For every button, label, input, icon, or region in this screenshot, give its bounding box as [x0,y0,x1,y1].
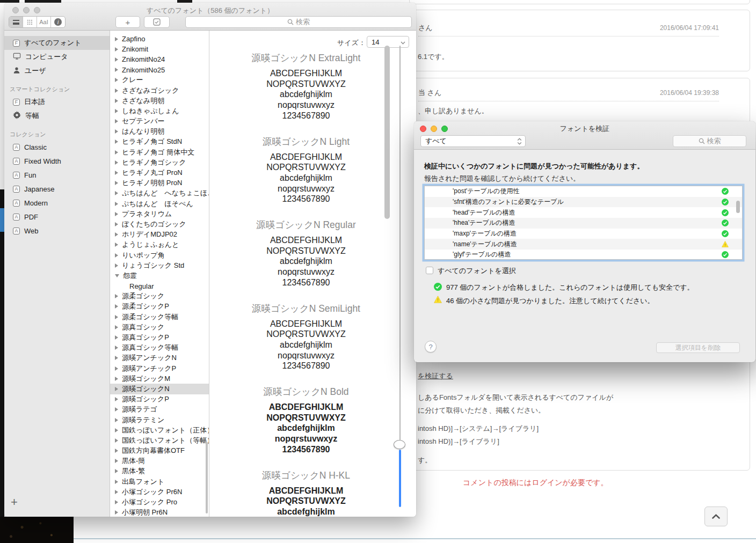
validation-row[interactable]: 'glyf'テーブルの構造 [425,250,742,260]
filter-popup[interactable]: すべて [420,135,526,147]
disclosure-closed-icon[interactable] [115,428,118,432]
disclosure-closed-icon[interactable] [115,480,118,484]
disclosure-closed-icon[interactable] [115,119,118,123]
disclosure-closed-icon[interactable] [115,212,118,216]
sidebar-item[interactable]: AModern [4,196,110,210]
sidebar-item[interactable]: AFun [4,168,110,182]
disclosure-closed-icon[interactable] [115,57,118,62]
font-list-row[interactable]: 源真ゴシック [110,322,209,332]
search-input[interactable]: 検索 [185,16,412,28]
sidebar-item[interactable]: AClassic [4,140,110,154]
disclosure-closed-icon[interactable] [115,407,118,412]
disclosure-closed-icon[interactable] [115,325,118,329]
font-list-row[interactable]: 国鉄っぽいフォント（等幅） [110,435,209,445]
font-list-row[interactable]: 源柔ゴシックP [110,302,209,312]
font-list-row[interactable]: Znikomit [110,44,209,54]
disclosure-closed-icon[interactable] [115,377,118,381]
disclosure-closed-icon[interactable] [115,449,118,453]
font-list-row[interactable]: 源暎ラテミン [110,415,209,425]
disclosure-closed-icon[interactable] [115,510,118,515]
font-list-row[interactable]: 源暎アンチックP [110,363,209,373]
disclosure-closed-icon[interactable] [115,129,118,134]
disclosure-closed-icon[interactable] [115,346,118,350]
font-list-row[interactable]: 源柔ゴシック等幅 [110,312,209,322]
disclosure-closed-icon[interactable] [115,315,118,319]
add-font-button[interactable]: + [115,16,140,28]
disclosure-closed-icon[interactable] [115,47,118,52]
remove-checked-button[interactable]: 選択項目を削除 [656,342,740,353]
font-list-row[interactable]: ヒラギノ明朝 ProN [110,178,209,188]
disclosure-closed-icon[interactable] [115,202,118,206]
font-list-row[interactable]: ぼくたちのゴシック [110,219,209,229]
disclosure-closed-icon[interactable] [115,335,118,340]
font-list-row[interactable]: ヒラギノ角ゴ StdN [110,137,209,147]
disclosure-closed-icon[interactable] [115,109,118,113]
font-list-scrollbar[interactable] [206,442,208,513]
sidebar-item[interactable]: コンピュータ [4,50,110,64]
disclosure-closed-icon[interactable] [115,181,118,185]
disclosure-closed-icon[interactable] [115,263,118,268]
table-scrollbar[interactable] [736,201,740,213]
disclosure-closed-icon[interactable] [115,418,118,422]
font-list-row[interactable]: ヒラギノ角ゴシック [110,157,209,167]
disclosure-closed-icon[interactable] [115,68,118,72]
sidebar-item[interactable]: ユーザ [4,64,110,78]
font-list-row[interactable]: ZnikomitNo24 [110,54,209,64]
disclosure-closed-icon[interactable] [115,171,118,175]
disclosure-closed-icon[interactable] [115,469,118,473]
sidebar-item[interactable]: AFixed Width [4,154,110,168]
font-list-row[interactable]: 源真ゴシックP [110,332,209,342]
disclosure-closed-icon[interactable] [115,140,118,144]
size-slider-knob[interactable] [394,440,405,449]
font-list-row[interactable]: 源暎ゴシックP [110,394,209,405]
validation-row[interactable]: 'maxp'テーブルの構造 [425,229,742,239]
add-collection-button[interactable]: + [11,495,18,509]
sample-view-button[interactable]: AaI [37,17,51,27]
disclosure-closed-icon[interactable] [115,89,118,93]
validation-row[interactable]: 'hhea'テーブルの構造 [425,218,742,229]
sidebar-item[interactable]: F日本語 [4,95,110,109]
font-list-row[interactable]: 小塚明朝 Pr6N [110,508,209,517]
disclosure-closed-icon[interactable] [115,397,118,401]
font-list-row[interactable]: ヒラギノ丸ゴ ProN [110,167,209,178]
disclosure-closed-icon[interactable] [115,222,118,226]
disclosure-closed-icon[interactable] [115,99,118,103]
list-view-button[interactable] [9,17,23,27]
select-all-checkbox[interactable] [426,267,433,274]
font-list-row[interactable]: 源柔ゴシック [110,291,209,302]
font-list-row[interactable]: りょうゴシック Std [110,260,209,270]
font-list-row[interactable]: 源暎ゴシックM [110,373,209,384]
font-list-row[interactable]: ぷちはんど へなちょこほ… [110,188,209,199]
disclosure-closed-icon[interactable] [115,253,118,258]
info-view-button[interactable]: i [51,17,65,27]
disclosure-closed-icon[interactable] [115,78,118,82]
validate-font-button[interactable] [144,16,170,28]
font-list-row[interactable]: 出島フォント [110,476,209,487]
font-list-row[interactable]: さざなみゴシック [110,85,209,96]
font-list-row[interactable]: はんなり明朝 [110,127,209,137]
font-list-row[interactable]: セプテンバー [110,116,209,127]
dialog-search-input[interactable]: 検索 [673,135,746,147]
validation-row[interactable]: 'head'テーブルの構造 [425,207,742,218]
font-list-row[interactable]: 源真ゴシック等幅 [110,343,209,353]
sidebar-item[interactable]: Fすべてのフォント [4,36,110,50]
font-list-row[interactable]: 黒体-繁 [110,466,209,476]
font-list-row[interactable]: クレー [110,75,209,85]
disclosure-closed-icon[interactable] [115,160,118,165]
disclosure-closed-icon[interactable] [115,387,118,391]
font-list-row[interactable]: 源暎アンチックN [110,353,209,363]
disclosure-closed-icon[interactable] [115,500,118,504]
disclosure-closed-icon[interactable] [115,304,118,309]
sidebar-item[interactable]: AWeb [4,224,110,238]
font-list-row[interactable]: しねきゃぷしょん [110,106,209,116]
disclosure-open-icon[interactable] [115,274,119,277]
font-list-row[interactable]: ホリデイMDJP02 [110,230,209,240]
font-list-row[interactable]: 源暎ラテゴ [110,405,209,415]
disclosure-closed-icon[interactable] [115,459,118,463]
font-list-row[interactable]: 黒体-簡 [110,456,209,466]
font-list-row[interactable]: 国鉄っぽいフォント（正体） [110,425,209,435]
font-list-row[interactable]: Zapfino [110,34,209,44]
sidebar-item[interactable]: AJapanese [4,182,110,196]
disclosure-closed-icon[interactable] [115,232,118,237]
disclosure-closed-icon[interactable] [115,37,118,41]
